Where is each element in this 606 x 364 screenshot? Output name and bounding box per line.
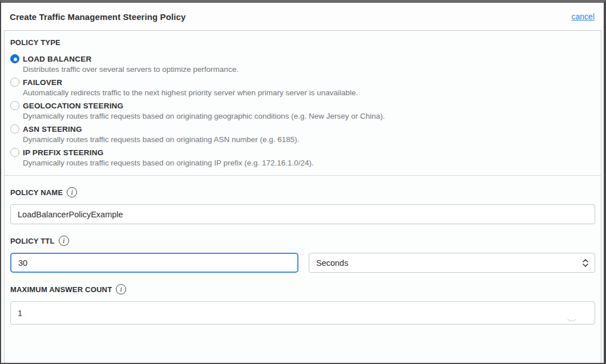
ttl-unit-select[interactable]: Seconds bbox=[309, 253, 595, 273]
dialog-header: Create Traffic Management Steering Polic… bbox=[1, 3, 604, 30]
info-icon[interactable]: i bbox=[67, 187, 77, 197]
info-icon[interactable]: i bbox=[116, 284, 126, 294]
policy-type-option-ip-prefix-steering: IP PREFIX STEERING Dynamically routes tr… bbox=[10, 148, 595, 167]
radio-geolocation-steering[interactable]: GEOLOCATION STEERING bbox=[10, 101, 595, 110]
policy-name-input[interactable] bbox=[10, 204, 595, 224]
info-icon[interactable]: i bbox=[59, 236, 69, 246]
radio-description: Dynamically routes traffic requests base… bbox=[23, 159, 595, 167]
policy-ttl-row: Seconds bbox=[10, 253, 595, 273]
radio-label[interactable]: LOAD BALANCER bbox=[23, 55, 91, 63]
radio-description: Distributes traffic over several servers… bbox=[23, 65, 595, 74]
radio-unselected-icon[interactable] bbox=[10, 78, 19, 87]
policy-name-label-row: POLICY NAME i bbox=[10, 187, 595, 197]
policy-type-label: POLICY TYPE bbox=[10, 38, 595, 47]
radio-description: Automatically redirects traffic to the n… bbox=[23, 88, 595, 97]
policy-ttl-input[interactable] bbox=[10, 253, 298, 273]
dialog-title: Create Traffic Management Steering Polic… bbox=[10, 12, 185, 22]
policy-type-option-failover: FAILOVER Automatically redirects traffic… bbox=[10, 78, 595, 97]
policy-name-label: POLICY NAME bbox=[10, 188, 63, 197]
policy-type-option-geolocation-steering: GEOLOCATION STEERING Dynamically routes … bbox=[10, 101, 595, 120]
policy-type-option-load-balancer: LOAD BALANCER Distributes traffic over s… bbox=[10, 54, 595, 74]
radio-description: Dynamically routes traffic requests base… bbox=[23, 112, 595, 120]
radio-label[interactable]: IP PREFIX STEERING bbox=[23, 148, 103, 157]
radio-unselected-icon[interactable] bbox=[10, 148, 19, 157]
radio-label[interactable]: FAILOVER bbox=[23, 78, 62, 87]
radio-asn-steering[interactable]: ASN STEERING bbox=[10, 124, 595, 134]
radio-load-balancer[interactable]: LOAD BALANCER bbox=[10, 54, 595, 63]
policy-ttl-label-row: POLICY TTL i bbox=[10, 236, 595, 246]
radio-selected-icon[interactable] bbox=[10, 54, 19, 63]
radio-unselected-icon[interactable] bbox=[10, 124, 19, 134]
max-answer-count-label-row: MAXIMUM ANSWER COUNT i bbox=[10, 284, 595, 294]
radio-description: Dynamically routes traffic requests base… bbox=[23, 135, 595, 144]
max-answer-count-label: MAXIMUM ANSWER COUNT bbox=[10, 285, 112, 294]
radio-unselected-icon[interactable] bbox=[10, 101, 19, 110]
radio-ip-prefix-steering[interactable]: IP PREFIX STEERING bbox=[10, 148, 595, 157]
radio-label[interactable]: ASN STEERING bbox=[23, 125, 82, 134]
dialog-body-panel: POLICY TYPE LOAD BALANCER Distributes tr… bbox=[4, 30, 601, 363]
radio-failover[interactable]: FAILOVER bbox=[10, 78, 595, 87]
max-answer-count-input[interactable] bbox=[10, 301, 595, 325]
scrollbar-thumb[interactable] bbox=[604, 104, 606, 112]
radio-label[interactable]: GEOLOCATION STEERING bbox=[23, 102, 123, 110]
policy-type-option-asn-steering: ASN STEERING Dynamically routes traffic … bbox=[10, 124, 595, 144]
ttl-unit-select-wrap: Seconds bbox=[309, 253, 595, 273]
cancel-link[interactable]: cancel bbox=[572, 12, 595, 21]
section-divider bbox=[5, 175, 601, 176]
max-answer-count-wrap bbox=[10, 301, 595, 325]
policy-ttl-label: POLICY TTL bbox=[10, 237, 55, 245]
